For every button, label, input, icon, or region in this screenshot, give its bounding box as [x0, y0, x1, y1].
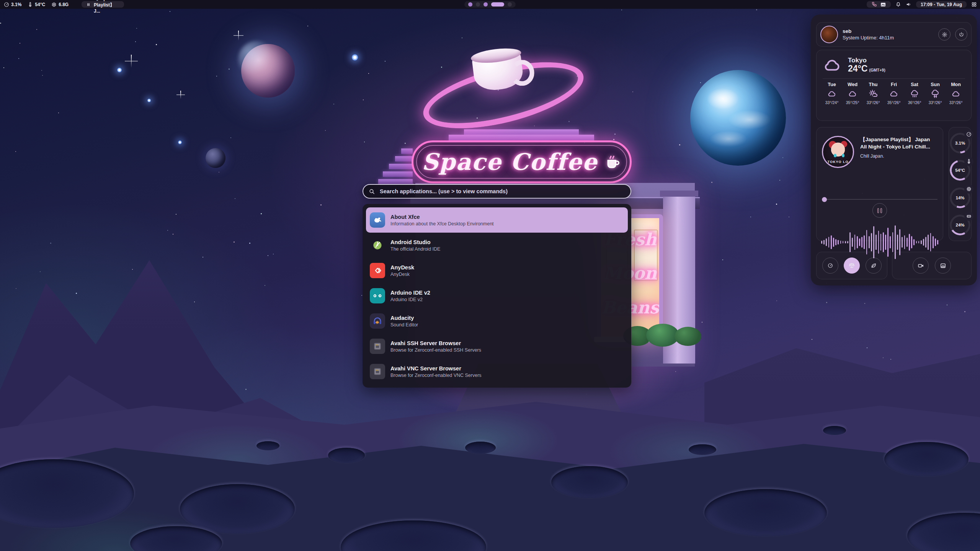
- clock-pill[interactable]: 17:09 - Tue, 19 Aug: [916, 1, 967, 8]
- screen-record-button[interactable]: [913, 258, 929, 274]
- search-box[interactable]: [363, 184, 631, 199]
- waveform-bar: [849, 232, 851, 252]
- app-row-android-studio[interactable]: Android StudioThe official Android IDE: [366, 233, 628, 258]
- star: [0, 23, 1, 24]
- power-button[interactable]: [955, 28, 967, 41]
- star: [776, 300, 777, 301]
- crater: [823, 426, 846, 435]
- app-row-about-xfce[interactable]: About XfceInformation about the Xfce Des…: [366, 207, 628, 233]
- waveform-bar: [890, 236, 891, 248]
- star-flare: [234, 31, 243, 41]
- star: [182, 318, 183, 319]
- star: [18, 58, 19, 59]
- album-art-detail: [834, 154, 836, 157]
- earth-planet: [690, 70, 786, 166]
- phone-icon[interactable]: [871, 2, 877, 7]
- capture-tools-group: [892, 252, 972, 279]
- waveform-bar: [883, 232, 884, 252]
- screenshot-button[interactable]: [935, 258, 951, 274]
- star: [462, 37, 462, 38]
- neon-cup-icon: [604, 153, 621, 170]
- app-row-anydesk[interactable]: AnyDeskAnyDesk: [366, 258, 628, 283]
- forecast-temps: 33°/24°: [825, 100, 839, 105]
- crater: [884, 442, 969, 476]
- star: [307, 26, 308, 26]
- app-grid-icon[interactable]: [971, 2, 977, 7]
- powersaver-mode-button[interactable]: [866, 258, 882, 274]
- search-input[interactable]: [379, 188, 625, 195]
- app-description: Browse for Zeroconf-enabled SSH Servers: [390, 347, 481, 353]
- cloud-weather-icon: [889, 89, 898, 99]
- side-stair: [378, 179, 413, 184]
- volume-icon[interactable]: [906, 2, 911, 7]
- app-row-arduino-ide-v2[interactable]: Arduino IDE v2Arduino IDE v2: [366, 283, 628, 308]
- workspace-dot-4[interactable]: [491, 2, 504, 7]
- bright-star: [117, 68, 122, 72]
- crater: [704, 489, 827, 536]
- waveform-bar: [857, 236, 858, 248]
- waveform-bar: [930, 233, 931, 251]
- star: [34, 347, 35, 348]
- waveform-bar: [871, 233, 872, 251]
- media-player-card: TOKYO LO 【Japanese Playlist】 Japan All N…: [816, 127, 943, 241]
- star: [320, 204, 322, 205]
- workspace-indicator[interactable]: [464, 1, 516, 8]
- settings-button[interactable]: [938, 28, 951, 41]
- performance-mode-button[interactable]: [822, 258, 838, 274]
- star: [127, 392, 128, 393]
- workspace-dot-1[interactable]: [468, 2, 472, 7]
- network-app-icon: [370, 339, 385, 354]
- bright-star: [204, 404, 209, 408]
- balanced-mode-button[interactable]: [844, 258, 860, 274]
- app-row-audacity[interactable]: AudacitySound Editor: [366, 308, 628, 334]
- media-player-header: TOKYO LO 【Japanese Playlist】 Japan All N…: [822, 136, 938, 168]
- pause-button[interactable]: [872, 203, 887, 218]
- workspace-dot-2[interactable]: [476, 2, 480, 7]
- app-texts: AnyDeskAnyDesk: [390, 264, 414, 277]
- purple-planet: [241, 44, 295, 98]
- now-playing-pill[interactable]: 【Japanese Playlist】 J...: [82, 1, 124, 8]
- waveform-bar: [878, 231, 879, 254]
- album-art[interactable]: TOKYO LO: [822, 136, 854, 168]
- waveform-bar: [892, 232, 893, 252]
- workspace-dot-5[interactable]: [508, 2, 512, 7]
- star-flare: [176, 91, 185, 99]
- forecast-temps: 35°/25°: [846, 100, 859, 105]
- forecast-day-label: Sun: [931, 82, 940, 87]
- app-name: Android Studio: [390, 239, 440, 245]
- waveform-bar: [835, 239, 836, 245]
- star: [76, 293, 77, 294]
- bell-icon[interactable]: [895, 2, 901, 7]
- forecast-day-sat: Sat36°/26°: [905, 82, 924, 105]
- star: [947, 305, 947, 305]
- star: [405, 143, 406, 144]
- cloud-weather-icon: [848, 89, 857, 99]
- app-launcher: About XfceInformation about the Xfce Des…: [363, 184, 631, 388]
- small-moon: [206, 148, 225, 168]
- app-row-avahi-vnc-server-browser[interactable]: Avahi VNC Server BrowserBrowse for Zeroc…: [366, 359, 628, 384]
- gauge-disk: 24%: [950, 215, 970, 235]
- screenshot-icon[interactable]: [880, 2, 886, 8]
- app-row-avahi-ssh-server-browser[interactable]: Avahi SSH Server BrowserBrowse for Zeroc…: [366, 334, 628, 359]
- star: [776, 204, 777, 205]
- star: [750, 217, 751, 217]
- app-description: Browse for Zeroconf-enabled VNC Servers: [390, 373, 482, 378]
- track-progress[interactable]: [822, 197, 938, 202]
- clock-text: 17:09 - Tue, 19 Aug: [921, 2, 962, 7]
- workspace-dot-3[interactable]: [483, 2, 488, 7]
- power-icon: [959, 32, 964, 37]
- control-panel: seb System Uptime: 4h11m Tokyo 24°C (GMT…: [811, 15, 977, 285]
- waveform-bar: [909, 234, 910, 251]
- forecast-temps: 35°/26°: [887, 100, 901, 105]
- speedometer-icon: [4, 2, 9, 7]
- waveform-bar: [902, 237, 903, 248]
- waveform-bar: [880, 234, 882, 251]
- star: [229, 68, 230, 70]
- crater: [551, 466, 628, 498]
- star: [368, 73, 369, 74]
- memory-stat: 6.8G: [51, 2, 69, 7]
- forecast-day-fri: Fri35°/26°: [885, 82, 903, 105]
- waveform-bar: [911, 236, 912, 248]
- star: [265, 285, 265, 286]
- temp-stat: 54°C: [28, 2, 45, 7]
